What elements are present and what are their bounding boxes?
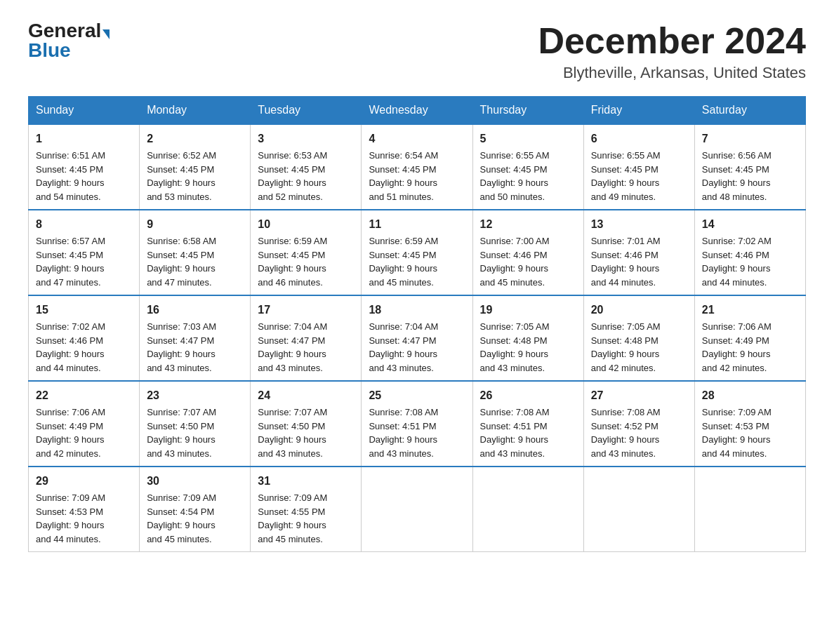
day-number: 29 <box>36 473 132 490</box>
day-info: Sunrise: 7:09 AMSunset: 4:54 PMDaylight:… <box>147 492 216 544</box>
calendar-cell: 8 Sunrise: 6:57 AMSunset: 4:45 PMDayligh… <box>29 210 140 295</box>
day-number: 14 <box>702 216 798 233</box>
day-info: Sunrise: 7:02 AMSunset: 4:46 PMDaylight:… <box>36 321 105 373</box>
calendar-cell: 28 Sunrise: 7:09 AMSunset: 4:53 PMDaylig… <box>694 381 805 467</box>
day-number: 3 <box>258 130 354 147</box>
day-number: 25 <box>369 387 465 404</box>
day-info: Sunrise: 7:07 AMSunset: 4:50 PMDaylight:… <box>258 407 327 459</box>
calendar-cell: 20 Sunrise: 7:05 AMSunset: 4:48 PMDaylig… <box>583 295 694 381</box>
day-number: 5 <box>480 130 576 147</box>
week-row-1: 1 Sunrise: 6:51 AMSunset: 4:45 PMDayligh… <box>29 124 806 210</box>
day-info: Sunrise: 6:51 AMSunset: 4:45 PMDaylight:… <box>36 150 105 202</box>
calendar-cell: 10 Sunrise: 6:59 AMSunset: 4:45 PMDaylig… <box>251 210 362 295</box>
calendar-cell: 11 Sunrise: 6:59 AMSunset: 4:45 PMDaylig… <box>362 210 472 295</box>
day-number: 8 <box>36 216 132 233</box>
calendar-cell: 30 Sunrise: 7:09 AMSunset: 4:54 PMDaylig… <box>140 467 251 552</box>
day-info: Sunrise: 6:59 AMSunset: 4:45 PMDaylight:… <box>369 236 438 288</box>
days-header-row: SundayMondayTuesdayWednesdayThursdayFrid… <box>29 97 806 125</box>
day-info: Sunrise: 7:05 AMSunset: 4:48 PMDaylight:… <box>480 321 550 373</box>
logo: General Blue <box>28 21 110 60</box>
calendar-cell: 23 Sunrise: 7:07 AMSunset: 4:50 PMDaylig… <box>140 381 251 467</box>
day-number: 31 <box>258 473 354 490</box>
page-header: General Blue December 2024 Blytheville, … <box>28 21 806 82</box>
day-info: Sunrise: 6:55 AMSunset: 4:45 PMDaylight:… <box>480 150 550 202</box>
day-number: 9 <box>147 216 243 233</box>
calendar-cell: 17 Sunrise: 7:04 AMSunset: 4:47 PMDaylig… <box>251 295 362 381</box>
calendar-cell: 14 Sunrise: 7:02 AMSunset: 4:46 PMDaylig… <box>694 210 805 295</box>
week-row-3: 15 Sunrise: 7:02 AMSunset: 4:46 PMDaylig… <box>29 295 806 381</box>
day-info: Sunrise: 6:52 AMSunset: 4:45 PMDaylight:… <box>147 150 216 202</box>
week-row-2: 8 Sunrise: 6:57 AMSunset: 4:45 PMDayligh… <box>29 210 806 295</box>
day-number: 15 <box>36 302 132 318</box>
logo-triangle-icon <box>102 29 110 39</box>
calendar-cell: 24 Sunrise: 7:07 AMSunset: 4:50 PMDaylig… <box>251 381 362 467</box>
day-info: Sunrise: 7:08 AMSunset: 4:52 PMDaylight:… <box>591 407 661 459</box>
day-info: Sunrise: 7:01 AMSunset: 4:46 PMDaylight:… <box>591 236 661 288</box>
day-number: 23 <box>147 387 243 404</box>
day-info: Sunrise: 7:06 AMSunset: 4:49 PMDaylight:… <box>702 321 772 373</box>
title-area: December 2024 Blytheville, Arkansas, Uni… <box>538 21 806 82</box>
day-info: Sunrise: 6:55 AMSunset: 4:45 PMDaylight:… <box>591 150 661 202</box>
logo-blue-text: Blue <box>28 39 71 61</box>
calendar-cell: 2 Sunrise: 6:52 AMSunset: 4:45 PMDayligh… <box>140 124 251 210</box>
calendar-cell: 19 Sunrise: 7:05 AMSunset: 4:48 PMDaylig… <box>472 295 583 381</box>
day-info: Sunrise: 7:08 AMSunset: 4:51 PMDaylight:… <box>480 407 550 459</box>
calendar-cell <box>694 467 805 552</box>
day-number: 20 <box>591 302 687 318</box>
calendar-table: SundayMondayTuesdayWednesdayThursdayFrid… <box>28 96 806 552</box>
week-row-5: 29 Sunrise: 7:09 AMSunset: 4:53 PMDaylig… <box>29 467 806 552</box>
day-number: 21 <box>702 302 798 318</box>
day-info: Sunrise: 7:03 AMSunset: 4:47 PMDaylight:… <box>147 321 216 373</box>
day-number: 30 <box>147 473 243 490</box>
day-info: Sunrise: 7:06 AMSunset: 4:49 PMDaylight:… <box>36 407 105 459</box>
day-number: 17 <box>258 302 354 318</box>
day-header-wednesday: Wednesday <box>362 97 472 125</box>
calendar-cell: 25 Sunrise: 7:08 AMSunset: 4:51 PMDaylig… <box>362 381 472 467</box>
day-header-friday: Friday <box>583 97 694 125</box>
day-header-sunday: Sunday <box>29 97 140 125</box>
day-info: Sunrise: 7:04 AMSunset: 4:47 PMDaylight:… <box>369 321 438 373</box>
day-info: Sunrise: 7:09 AMSunset: 4:55 PMDaylight:… <box>258 492 327 544</box>
calendar-cell: 4 Sunrise: 6:54 AMSunset: 4:45 PMDayligh… <box>362 124 472 210</box>
calendar-cell: 27 Sunrise: 7:08 AMSunset: 4:52 PMDaylig… <box>583 381 694 467</box>
day-number: 10 <box>258 216 354 233</box>
day-info: Sunrise: 6:57 AMSunset: 4:45 PMDaylight:… <box>36 236 105 288</box>
day-number: 16 <box>147 302 243 318</box>
day-number: 1 <box>36 130 132 147</box>
calendar-cell: 15 Sunrise: 7:02 AMSunset: 4:46 PMDaylig… <box>29 295 140 381</box>
calendar-cell: 5 Sunrise: 6:55 AMSunset: 4:45 PMDayligh… <box>472 124 583 210</box>
calendar-cell: 9 Sunrise: 6:58 AMSunset: 4:45 PMDayligh… <box>140 210 251 295</box>
calendar-cell <box>362 467 472 552</box>
day-number: 28 <box>702 387 798 404</box>
day-info: Sunrise: 7:00 AMSunset: 4:46 PMDaylight:… <box>480 236 550 288</box>
day-info: Sunrise: 7:05 AMSunset: 4:48 PMDaylight:… <box>591 321 661 373</box>
day-info: Sunrise: 6:56 AMSunset: 4:45 PMDaylight:… <box>702 150 772 202</box>
day-info: Sunrise: 6:59 AMSunset: 4:45 PMDaylight:… <box>258 236 327 288</box>
day-number: 12 <box>480 216 576 233</box>
day-number: 19 <box>480 302 576 318</box>
month-title: December 2024 <box>538 21 806 61</box>
day-number: 7 <box>702 130 798 147</box>
day-number: 24 <box>258 387 354 404</box>
logo-general-text: General <box>28 20 101 41</box>
day-header-saturday: Saturday <box>694 97 805 125</box>
day-number: 27 <box>591 387 687 404</box>
day-number: 6 <box>591 130 687 147</box>
calendar-cell: 29 Sunrise: 7:09 AMSunset: 4:53 PMDaylig… <box>29 467 140 552</box>
calendar-cell: 22 Sunrise: 7:06 AMSunset: 4:49 PMDaylig… <box>29 381 140 467</box>
calendar-cell <box>583 467 694 552</box>
calendar-cell: 26 Sunrise: 7:08 AMSunset: 4:51 PMDaylig… <box>472 381 583 467</box>
calendar-cell <box>472 467 583 552</box>
day-info: Sunrise: 7:08 AMSunset: 4:51 PMDaylight:… <box>369 407 438 459</box>
calendar-cell: 31 Sunrise: 7:09 AMSunset: 4:55 PMDaylig… <box>251 467 362 552</box>
calendar-cell: 13 Sunrise: 7:01 AMSunset: 4:46 PMDaylig… <box>583 210 694 295</box>
day-number: 22 <box>36 387 132 404</box>
day-header-monday: Monday <box>140 97 251 125</box>
day-info: Sunrise: 6:58 AMSunset: 4:45 PMDaylight:… <box>147 236 216 288</box>
week-row-4: 22 Sunrise: 7:06 AMSunset: 4:49 PMDaylig… <box>29 381 806 467</box>
day-number: 26 <box>480 387 576 404</box>
day-number: 4 <box>369 130 465 147</box>
calendar-cell: 16 Sunrise: 7:03 AMSunset: 4:47 PMDaylig… <box>140 295 251 381</box>
calendar-cell: 12 Sunrise: 7:00 AMSunset: 4:46 PMDaylig… <box>472 210 583 295</box>
day-info: Sunrise: 7:07 AMSunset: 4:50 PMDaylight:… <box>147 407 216 459</box>
